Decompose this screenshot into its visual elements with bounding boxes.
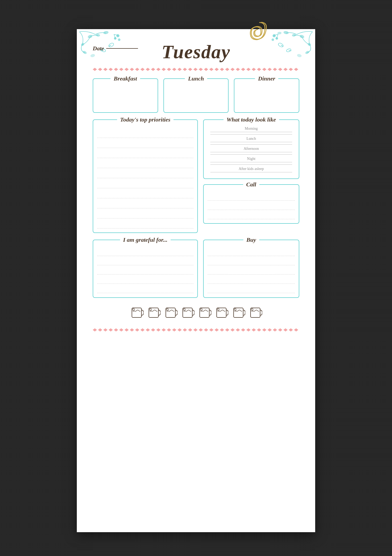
morning-line — [210, 132, 292, 132]
water-cup-4 — [181, 306, 194, 320]
svg-point-32 — [201, 308, 202, 311]
afternoon-line-2 — [210, 154, 292, 155]
bottom-row: I am grateful for... Buy — [93, 240, 299, 298]
afternoon-line — [210, 152, 292, 152]
svg-rect-35 — [234, 308, 243, 317]
header: Date Tuesday — [93, 40, 299, 63]
water-tracker — [93, 303, 299, 322]
priority-line-1 — [97, 128, 193, 138]
grateful-line-1 — [97, 247, 193, 256]
priority-line-3 — [97, 148, 193, 158]
breakfast-label: Breakfast — [110, 75, 140, 82]
svg-point-12 — [292, 34, 296, 37]
buy-line-1 — [208, 247, 295, 256]
priority-line-2 — [97, 138, 193, 148]
after-kids-line — [210, 172, 292, 172]
svg-rect-25 — [149, 308, 158, 317]
buy-line-4 — [208, 275, 295, 284]
lunch-line — [210, 142, 292, 142]
breakfast-box: Breakfast — [93, 78, 158, 113]
lunch-label: Lunch — [185, 75, 207, 82]
svg-rect-23 — [132, 308, 141, 317]
date-area: Date — [93, 45, 138, 52]
svg-point-28 — [167, 308, 168, 311]
svg-point-36 — [234, 308, 236, 311]
middle-row: Today's top priorities What today look l… — [93, 119, 299, 233]
morning-line-2 — [210, 134, 292, 134]
buy-line-5 — [208, 284, 295, 293]
svg-point-24 — [133, 308, 134, 311]
svg-point-30 — [184, 308, 185, 311]
night-label: Night — [208, 157, 295, 161]
night-section: Night — [208, 157, 295, 165]
dinner-label: Dinner — [255, 75, 278, 82]
water-cup-2 — [147, 306, 161, 320]
grateful-line-4 — [97, 275, 193, 284]
date-label: Date — [93, 45, 104, 52]
night-line-2 — [210, 164, 292, 165]
svg-rect-31 — [200, 308, 209, 317]
priority-line-8 — [97, 198, 193, 208]
svg-point-26 — [150, 308, 151, 311]
svg-point-3 — [81, 43, 84, 46]
call-line-2 — [208, 201, 295, 210]
priorities-box: Today's top priorities — [93, 119, 198, 233]
date-underline — [106, 48, 138, 49]
water-cup-6 — [215, 306, 228, 320]
what-today-box: What today look like Morning Lunch After… — [203, 119, 299, 179]
grateful-label: I am grateful for... — [120, 236, 171, 243]
call-box: Call — [203, 184, 299, 224]
dinner-box: Dinner — [234, 78, 299, 113]
priority-line-6 — [97, 178, 193, 188]
svg-rect-27 — [166, 308, 175, 317]
svg-point-0 — [88, 35, 92, 39]
right-column: What today look like Morning Lunch After… — [203, 119, 299, 233]
right-bottom-column: Buy — [203, 240, 299, 298]
water-cup-8 — [248, 306, 262, 320]
grateful-line-3 — [97, 265, 193, 275]
svg-point-22 — [278, 32, 282, 34]
meals-row: Breakfast Lunch Dinner — [93, 78, 299, 113]
svg-point-14 — [308, 43, 311, 46]
lunch-line-2 — [210, 144, 292, 145]
buy-line-3 — [208, 265, 295, 275]
water-cup-3 — [164, 306, 177, 320]
svg-rect-29 — [183, 308, 192, 317]
svg-point-1 — [96, 34, 100, 37]
call-label: Call — [243, 181, 260, 188]
buy-line-2 — [208, 256, 295, 265]
afternoon-label: Afternoon — [208, 147, 295, 151]
morning-label: Morning — [208, 127, 295, 131]
after-kids-label: After kids asleep — [208, 167, 295, 171]
pink-border-top: // This will be handled statically — [93, 67, 299, 72]
svg-rect-37 — [251, 308, 260, 317]
grateful-line-2 — [97, 256, 193, 265]
svg-point-34 — [217, 308, 219, 311]
call-line-1 — [208, 191, 295, 201]
water-cup-7 — [231, 306, 245, 320]
morning-section: Morning — [208, 127, 295, 134]
lunch-time-label: Lunch — [208, 137, 295, 141]
planner-page: Date Tuesday // This will be handled sta… — [77, 29, 315, 532]
lunch-box: Lunch — [163, 78, 229, 113]
pink-border-bottom — [93, 328, 299, 332]
lunch-section: Lunch — [208, 137, 295, 145]
page-title: Tuesday — [162, 41, 230, 63]
priority-line-10 — [97, 218, 193, 228]
afternoon-section: Afternoon — [208, 147, 295, 155]
priority-line-7 — [97, 188, 193, 198]
call-line-3 — [208, 210, 295, 219]
priorities-lines — [97, 125, 193, 228]
water-cup-1 — [130, 306, 144, 320]
after-kids-section: After kids asleep — [208, 167, 295, 172]
svg-rect-33 — [217, 308, 226, 317]
water-cup-5 — [198, 306, 211, 320]
svg-point-2 — [103, 31, 108, 34]
priority-line-4 — [97, 158, 193, 168]
svg-point-13 — [283, 31, 288, 34]
priority-line-9 — [97, 208, 193, 218]
grateful-line-5 — [97, 284, 193, 293]
grateful-box: I am grateful for... — [93, 240, 198, 298]
buy-box: Buy — [203, 240, 299, 298]
svg-point-38 — [251, 308, 253, 311]
